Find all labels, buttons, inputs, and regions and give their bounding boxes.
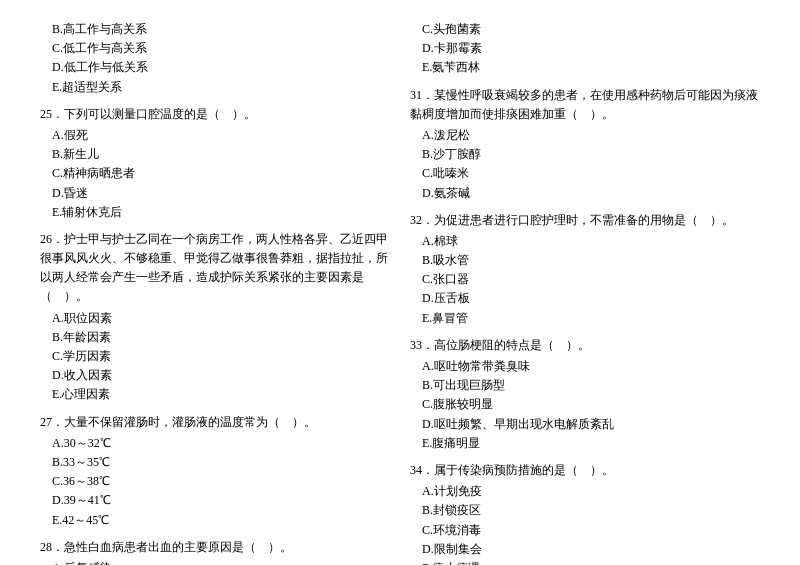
q32-c: C.张口器	[410, 270, 760, 289]
q34-d: D.限制集会	[410, 540, 760, 559]
question-27: 27．大量不保留灌肠时，灌肠液的温度常为（ ）。 A.30～32℃ B.33～3…	[40, 413, 390, 530]
q25-e: E.辅射休克后	[40, 203, 390, 222]
q30-d: D.卡那霉素	[410, 39, 760, 58]
q27-text: 27．大量不保留灌肠时，灌肠液的温度常为（ ）。	[40, 413, 390, 432]
question-25: 25．下列可以测量口腔温度的是（ ）。 A.假死 B.新生儿 C.精神病晒患者 …	[40, 105, 390, 222]
q25-b: B.新生儿	[40, 145, 390, 164]
q25-c: C.精神病晒患者	[40, 164, 390, 183]
q26-text: 26．护士甲与护士乙同在一个病房工作，两人性格各异、乙近四甲很事风风火火、不够稳…	[40, 230, 390, 307]
option-b-high: B.高工作与高关系	[40, 20, 390, 39]
q33-c: C.腹胀较明显	[410, 395, 760, 414]
q33-e: E.腹痛明显	[410, 434, 760, 453]
q25-d: D.昏迷	[40, 184, 390, 203]
question-31: 31．某慢性呼吸衰竭较多的患者，在使用感种药物后可能因为痰液黏稠度增加而使排痰困…	[410, 86, 760, 203]
option-d-high: D.低工作与低关系	[40, 58, 390, 77]
q31-a: A.泼尼松	[410, 126, 760, 145]
right-column: C.头孢菌素 D.卡那霉素 E.氨苄西林 31．某慢性呼吸衰竭较多的患者，在使用…	[410, 20, 760, 565]
question-28: 28．急性白血病患者出血的主要原因是（ ）。 A.反复感染 B.弥漫性血管内凝血…	[40, 538, 390, 565]
question-26: 26．护士甲与护士乙同在一个病房工作，两人性格各异、乙近四甲很事风风火火、不够稳…	[40, 230, 390, 405]
page-content: B.高工作与高关系 C.低工作与高关系 D.低工作与低关系 E.超适型关系 25…	[40, 20, 760, 565]
q33-a: A.呕吐物常带粪臭味	[410, 357, 760, 376]
question-34: 34．属于传染病预防措施的是（ ）。 A.计划免疫 B.封锁疫区 C.环境消毒 …	[410, 461, 760, 565]
q30-c: C.头孢菌素	[410, 20, 760, 39]
left-column: B.高工作与高关系 C.低工作与高关系 D.低工作与低关系 E.超适型关系 25…	[40, 20, 390, 565]
q28-a: A.反复感染	[40, 559, 390, 565]
q31-d: D.氨茶碱	[410, 184, 760, 203]
q27-a: A.30～32℃	[40, 434, 390, 453]
question-33: 33．高位肠梗阻的特点是（ ）。 A.呕吐物常带粪臭味 B.可出现巨肠型 C.腹…	[410, 336, 760, 453]
q27-d: D.39～41℃	[40, 491, 390, 510]
q32-a: A.棉球	[410, 232, 760, 251]
q27-e: E.42～45℃	[40, 511, 390, 530]
option-e-high: E.超适型关系	[40, 78, 390, 97]
q26-c: C.学历因素	[40, 347, 390, 366]
q34-e: E.停止停课	[410, 559, 760, 565]
q31-text: 31．某慢性呼吸衰竭较多的患者，在使用感种药物后可能因为痰液黏稠度增加而使排痰困…	[410, 86, 760, 124]
q26-d: D.收入因素	[40, 366, 390, 385]
q28-text: 28．急性白血病患者出血的主要原因是（ ）。	[40, 538, 390, 557]
q-b-high: B.高工作与高关系 C.低工作与高关系 D.低工作与低关系 E.超适型关系	[40, 20, 390, 97]
q26-e: E.心理因素	[40, 385, 390, 404]
q27-b: B.33～35℃	[40, 453, 390, 472]
q25-a: A.假死	[40, 126, 390, 145]
q33-d: D.呕吐频繁、早期出现水电解质紊乱	[410, 415, 760, 434]
q32-text: 32．为促进患者进行口腔护理时，不需准备的用物是（ ）。	[410, 211, 760, 230]
q32-b: B.吸水管	[410, 251, 760, 270]
question-32: 32．为促进患者进行口腔护理时，不需准备的用物是（ ）。 A.棉球 B.吸水管 …	[410, 211, 760, 328]
q34-c: C.环境消毒	[410, 521, 760, 540]
q25-text: 25．下列可以测量口腔温度的是（ ）。	[40, 105, 390, 124]
q33-b: B.可出现巨肠型	[410, 376, 760, 395]
q31-c: C.吡嗪米	[410, 164, 760, 183]
q30-continued: C.头孢菌素 D.卡那霉素 E.氨苄西林	[410, 20, 760, 78]
q32-e: E.鼻冒管	[410, 309, 760, 328]
q32-d: D.压舌板	[410, 289, 760, 308]
q33-text: 33．高位肠梗阻的特点是（ ）。	[410, 336, 760, 355]
q26-a: A.职位因素	[40, 309, 390, 328]
q26-b: B.年龄因素	[40, 328, 390, 347]
q34-text: 34．属于传染病预防措施的是（ ）。	[410, 461, 760, 480]
option-c-high: C.低工作与高关系	[40, 39, 390, 58]
q31-b: B.沙丁胺醇	[410, 145, 760, 164]
q27-c: C.36～38℃	[40, 472, 390, 491]
q34-b: B.封锁疫区	[410, 501, 760, 520]
q30-e: E.氨苄西林	[410, 58, 760, 77]
q34-a: A.计划免疫	[410, 482, 760, 501]
